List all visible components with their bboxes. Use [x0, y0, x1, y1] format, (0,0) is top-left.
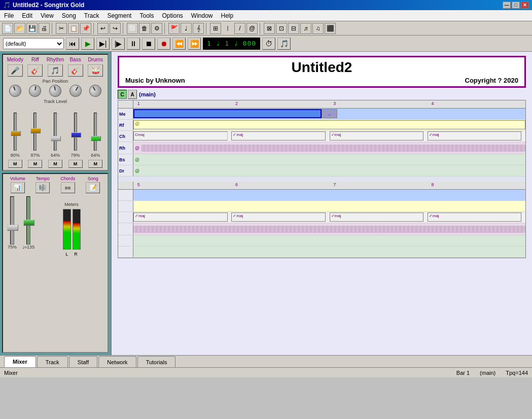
chord-seg-7[interactable]: ✓maj	[330, 213, 424, 222]
stop-button[interactable]: ⏹	[142, 38, 155, 50]
riff-pan-knob[interactable]	[28, 84, 42, 98]
chord-seg-1[interactable]: Cmaj	[133, 131, 228, 141]
insert-button[interactable]: ⬜	[127, 23, 138, 34]
melody-seg-1[interactable]	[133, 109, 322, 118]
ref-seg[interactable]: @	[133, 120, 525, 129]
bass-fader-thumb[interactable]	[71, 132, 81, 137]
slash-button[interactable]: /	[234, 23, 245, 34]
paste-button[interactable]: 📌	[80, 23, 91, 34]
menu-segment[interactable]: Segment	[103, 10, 135, 21]
preset-select[interactable]: (default)	[3, 38, 64, 49]
fast-fwd-button[interactable]: ⏩	[188, 38, 201, 50]
tab-track[interactable]: Track	[37, 356, 68, 367]
tempo-fader-track[interactable]	[26, 196, 30, 245]
tab-staff[interactable]: Staff	[69, 356, 97, 367]
copy-button[interactable]: 📋	[68, 23, 79, 34]
mode-c-btn[interactable]: C	[118, 90, 127, 99]
chord-seg-3[interactable]: ✓maj	[330, 131, 424, 141]
bass-pan-knob[interactable]	[67, 83, 84, 99]
tab-mixer[interactable]: Mixer	[4, 356, 36, 367]
song-icon-btn[interactable]: 📝	[86, 182, 100, 193]
drums-fader-thumb[interactable]	[91, 136, 101, 141]
riff-icon-btn[interactable]: 🎸	[27, 64, 43, 77]
melody-fader-track[interactable]	[14, 113, 17, 151]
melody-mute[interactable]: M	[8, 160, 22, 168]
clock-button[interactable]: ⏱	[262, 38, 275, 50]
chord-seg-5[interactable]: ✓maj	[133, 213, 228, 222]
bass-icon-btn[interactable]: 🎸	[68, 64, 83, 77]
riff-fader-thumb[interactable]	[30, 128, 41, 133]
chord-seg-2[interactable]: ✓maj	[231, 131, 326, 141]
rhythm-mute[interactable]: M	[48, 160, 62, 168]
melody-fader-thumb[interactable]	[11, 131, 21, 136]
menu-options[interactable]: Options	[158, 10, 187, 21]
delete-button[interactable]: 🗑	[139, 23, 150, 34]
rhythm-pan-knob[interactable]	[48, 84, 62, 98]
chords-icon-btn[interactable]: ≡≡	[61, 182, 75, 193]
minimize-button[interactable]: —	[503, 2, 511, 9]
play-button[interactable]: ▶	[81, 38, 94, 50]
vol-icon-btn[interactable]: 📊	[11, 182, 25, 193]
track-content-chord-2[interactable]: ✓maj ✓maj ✓maj ✓maj	[133, 212, 525, 223]
track-content-chord[interactable]: Cmaj ✓maj ✓maj ✓maj	[133, 131, 525, 142]
track-content-melody[interactable]: ...	[133, 109, 525, 119]
fast-rev-button[interactable]: ⏪	[172, 38, 186, 50]
riff-fader-track[interactable]	[33, 113, 37, 151]
bass-mute[interactable]: M	[68, 160, 83, 168]
vol-fader-thumb[interactable]	[7, 225, 18, 231]
play-to-button[interactable]: |▶	[112, 38, 125, 50]
tempo-fader-thumb[interactable]	[23, 220, 34, 226]
drums-fader-track[interactable]	[94, 113, 97, 151]
open-button[interactable]: 📂	[14, 23, 25, 34]
staff-button[interactable]: 𝄞	[193, 23, 204, 34]
undo-button[interactable]: ↩	[97, 23, 109, 34]
bass-fader-track[interactable]	[74, 113, 77, 151]
new-button[interactable]: 📄	[2, 23, 13, 34]
grid-button[interactable]: ⊞	[210, 23, 221, 34]
tool2[interactable]: ⊡	[276, 23, 287, 34]
pause-button[interactable]: ⏸	[127, 38, 140, 50]
track-content-bass[interactable]: @	[133, 154, 525, 165]
menu-tools[interactable]: Tools	[135, 10, 158, 21]
melody-seg-dot[interactable]: ...	[322, 109, 337, 118]
rhythm-fader-thumb[interactable]	[51, 136, 61, 141]
tab-tutorials[interactable]: Tutorials	[137, 356, 176, 367]
track-content-ref-2[interactable]	[133, 201, 525, 212]
menu-edit[interactable]: Edit	[18, 10, 37, 21]
tool4[interactable]: ♬	[300, 23, 311, 34]
track-content-drum[interactable]: @	[133, 165, 525, 176]
menu-view[interactable]: View	[37, 10, 58, 21]
drums-mute[interactable]: M	[88, 160, 102, 168]
track-content-bass-2[interactable]	[133, 235, 525, 246]
mode-a-btn[interactable]: A	[128, 90, 137, 99]
menu-help[interactable]: Help	[217, 10, 238, 21]
drums-icon-btn[interactable]: 🥁	[88, 64, 103, 77]
close-button[interactable]: ✕	[521, 2, 529, 9]
chord-seg-8[interactable]: ✓maj	[428, 213, 522, 222]
track-content-rhythm[interactable]: @	[133, 142, 525, 154]
flag-button[interactable]: 🚩	[168, 23, 180, 34]
tool6[interactable]: ⬛	[325, 23, 336, 34]
drums-pan-knob[interactable]	[87, 83, 104, 99]
redo-button[interactable]: ↪	[110, 23, 121, 34]
rhythm-fader-track[interactable]	[54, 113, 57, 151]
chord-seg-6[interactable]: ✓maj	[231, 213, 326, 222]
metro-button[interactable]: 🎵	[277, 38, 291, 50]
play-from-button[interactable]: ▶|	[96, 38, 110, 50]
melody-icon-btn[interactable]: 🎤	[8, 64, 23, 77]
track-content-ref[interactable]: @	[133, 120, 525, 130]
props-button[interactable]: ⚙	[151, 23, 162, 34]
rhythm-icon-btn[interactable]: 🎵	[48, 64, 63, 77]
riff-mute[interactable]: M	[28, 160, 42, 168]
chord-seg-4[interactable]: ✓maj	[428, 131, 522, 141]
save-button[interactable]: 💾	[26, 23, 38, 34]
menu-track[interactable]: Track	[80, 10, 103, 21]
tool3[interactable]: ⊟	[288, 23, 299, 34]
menu-file[interactable]: File	[0, 10, 18, 21]
cut-button[interactable]: ✂	[56, 23, 67, 34]
menu-window[interactable]: Window	[187, 10, 217, 21]
note-button[interactable]: ♩	[181, 23, 192, 34]
menu-song[interactable]: Song	[58, 10, 80, 21]
tab-network[interactable]: Network	[98, 356, 136, 367]
tool5[interactable]: ♫	[312, 23, 324, 34]
